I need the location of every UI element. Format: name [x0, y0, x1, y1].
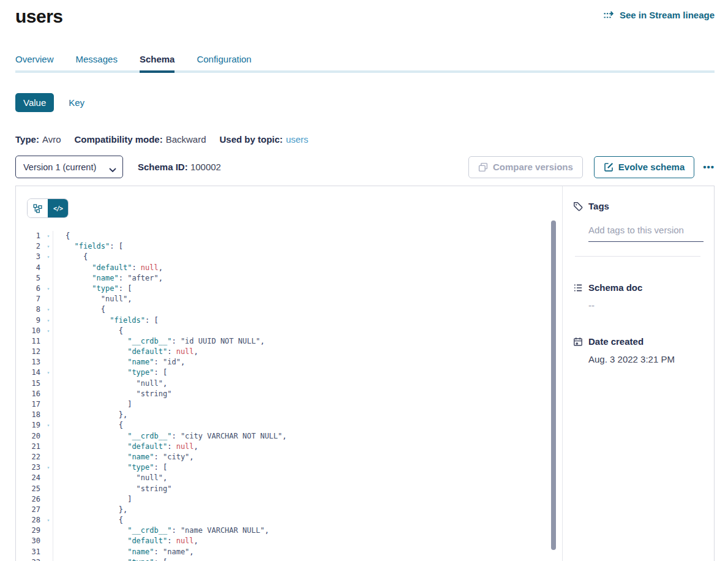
fold-arrow-icon[interactable]: ▾: [44, 315, 53, 326]
code-line: 14▾ "type": [: [16, 367, 562, 378]
fold-arrow-icon[interactable]: ▾: [44, 304, 53, 315]
code-line: 4 "default": null,: [16, 263, 562, 273]
line-number: 17: [16, 399, 44, 410]
meta-used-by-topic-label: Used by topic:: [220, 134, 283, 145]
code-line: 28▾ {: [16, 515, 562, 525]
meta-compatibility-mode-label: Compatibility mode:: [74, 134, 162, 145]
tab-configuration[interactable]: Configuration: [197, 54, 251, 73]
fold-arrow-icon[interactable]: ▾: [44, 231, 53, 241]
date-created-title: Date created: [588, 336, 644, 347]
tags-section: Tags: [573, 201, 704, 257]
version-select-wrap: Version 1 (current): [15, 156, 123, 178]
line-number: 31: [16, 547, 44, 557]
meta-type: Type:Avro: [15, 134, 61, 145]
code-view-toggle[interactable]: </>: [48, 199, 68, 217]
tab-schema[interactable]: Schema: [140, 54, 175, 73]
tags-input[interactable]: [588, 225, 704, 242]
line-number: 4: [16, 263, 44, 273]
code-line: 19▾ {: [16, 420, 562, 431]
line-number: 2: [16, 241, 44, 252]
schema-id: Schema ID: 100002: [138, 162, 221, 172]
side-divider: [575, 256, 700, 257]
line-number: 12: [16, 347, 44, 357]
line-number: 7: [16, 294, 44, 304]
meta-used-by-topic-value[interactable]: users: [286, 134, 309, 145]
view-toggle-group: </>: [27, 198, 69, 218]
code-line: 27 },: [16, 505, 562, 515]
code-line: 24 "null",: [16, 473, 562, 483]
line-number: 3: [16, 252, 44, 262]
tree-view-toggle[interactable]: [28, 199, 48, 217]
line-number: 13: [16, 357, 44, 367]
fold-arrow-icon[interactable]: ▾: [44, 252, 53, 262]
schema-doc-value: --: [588, 300, 704, 311]
code-line: 21 "default": null,: [16, 442, 562, 452]
code-editor: 1▾{2▾ "fields": [3▾ {4 "default": null,5…: [16, 231, 562, 561]
segment-key[interactable]: Key: [69, 97, 84, 108]
line-number: 29: [16, 525, 44, 536]
code-line: 3▾ {: [16, 252, 562, 262]
fold-arrow-icon[interactable]: ▾: [44, 241, 53, 252]
schema-meta-row: Type:AvroCompatibility mode:BackwardUsed…: [15, 134, 715, 145]
code-line: 9▾ "fields": [: [16, 315, 562, 326]
line-number: 28: [16, 515, 44, 525]
fold-arrow-icon[interactable]: ▾: [44, 557, 53, 561]
version-select[interactable]: Version 1 (current): [15, 156, 123, 178]
tab-overview[interactable]: Overview: [15, 54, 54, 73]
tab-bar: OverviewMessagesSchemaConfiguration: [15, 54, 715, 73]
tab-messages[interactable]: Messages: [76, 54, 118, 73]
line-number: 21: [16, 442, 44, 452]
editor-toolbar: </>: [16, 186, 562, 218]
code-line: 11 "__crdb__": "id UUID NOT NULL",: [16, 336, 562, 347]
tree-icon: [33, 204, 42, 213]
code-line: 13 "name": "id",: [16, 357, 562, 367]
more-actions-button[interactable]: •••: [703, 164, 715, 170]
compare-versions-button[interactable]: Compare versions: [468, 156, 583, 178]
code-line: 10▾ {: [16, 326, 562, 336]
schema-panel: </> 1▾{2▾ "fields": [3▾ {4 "default": nu…: [15, 186, 715, 561]
fold-arrow-icon[interactable]: ▾: [44, 367, 53, 378]
editor-scrollbar: [551, 220, 556, 561]
code-icon: </>: [53, 205, 62, 212]
line-number: 20: [16, 431, 44, 442]
code-line: 5 "name": "after",: [16, 273, 562, 284]
code-line: 15 "null",: [16, 378, 562, 389]
schema-editor: </> 1▾{2▾ "fields": [3▾ {4 "default": nu…: [16, 186, 562, 561]
code-line: 17 ]: [16, 399, 562, 410]
fold-arrow-icon[interactable]: ▾: [44, 462, 53, 473]
line-number: 18: [16, 410, 44, 420]
meta-used-by-topic: Used by topic:users: [220, 134, 309, 145]
evolve-schema-button[interactable]: Evolve schema: [594, 156, 694, 178]
code-line: 8▾ {: [16, 304, 562, 315]
code-line: 2▾ "fields": [: [16, 241, 562, 252]
page-title: users: [15, 6, 63, 27]
code-line: 25 "string": [16, 484, 562, 494]
stream-lineage-link[interactable]: See in Stream lineage: [604, 10, 715, 20]
meta-type-label: Type:: [15, 134, 39, 145]
code-line: 29 "__crdb__": "name VARCHAR NULL",: [16, 525, 562, 536]
line-number: 25: [16, 484, 44, 494]
line-number: 14: [16, 367, 44, 378]
scrollbar-thumb[interactable]: [551, 220, 556, 550]
meta-compatibility-mode-value: Backward: [166, 134, 206, 145]
line-number: 30: [16, 536, 44, 546]
schema-page: users See in Stream lineage OverviewMess…: [0, 0, 728, 561]
schema-id-value: 100002: [190, 162, 221, 172]
fold-arrow-icon[interactable]: ▾: [44, 284, 53, 294]
code-line: 20 "__crdb__": "city VARCHAR NOT NULL",: [16, 431, 562, 442]
line-number: 10: [16, 326, 44, 336]
stream-lineage-label: See in Stream lineage: [620, 10, 715, 20]
compare-versions-label: Compare versions: [493, 162, 573, 172]
edit-icon: [604, 162, 614, 172]
segment-value[interactable]: Value: [15, 93, 54, 112]
code-line: 6▾ "type": [: [16, 284, 562, 294]
code-line: 12 "default": null,: [16, 347, 562, 357]
code-line: 18 },: [16, 410, 562, 420]
code-line: 16 "string": [16, 389, 562, 399]
fold-arrow-icon[interactable]: ▾: [44, 420, 53, 431]
schema-controls-row: Version 1 (current) Schema ID: 100002 Co…: [15, 156, 715, 178]
fold-arrow-icon[interactable]: ▾: [44, 515, 53, 525]
code-line: 7 "null",: [16, 294, 562, 304]
line-number: 32: [16, 557, 44, 561]
fold-arrow-icon[interactable]: ▾: [44, 326, 53, 336]
